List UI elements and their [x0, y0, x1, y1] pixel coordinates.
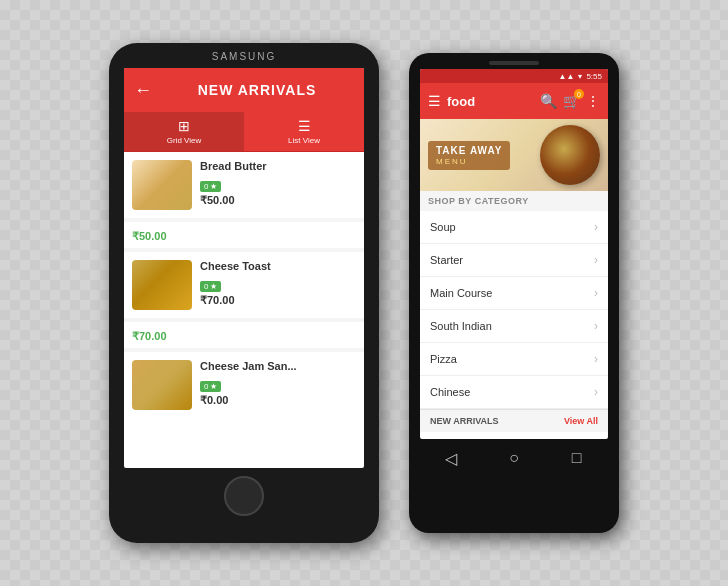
section-header: SHOP BY CATEGORY [420, 191, 608, 211]
list-item[interactable]: Starter › [420, 244, 608, 277]
list-icon: ☰ [298, 118, 311, 134]
rating-badge: 0 ★ [200, 181, 221, 192]
rating-badge: 0 ★ [200, 381, 221, 392]
table-row[interactable]: Bread Butter 0 ★ ₹50.00 [124, 152, 364, 218]
summary-price: ₹70.00 [132, 330, 167, 342]
rating-value: 0 [204, 182, 208, 191]
home-nav-button[interactable]: ○ [503, 447, 525, 469]
header-actions: 🔍 🛒 0 ⋮ [540, 93, 600, 109]
left-header: ← NEW ARRIVALS [124, 68, 364, 112]
back-arrow-icon[interactable]: ← [134, 80, 152, 101]
star-icon: ★ [210, 382, 217, 391]
grid-view-label: Grid View [167, 136, 202, 145]
cart-count: 0 [574, 89, 584, 99]
product-details: Cheese Jam San... 0 ★ ₹0.00 [200, 360, 356, 407]
chevron-right-icon: › [594, 352, 598, 366]
chevron-right-icon: › [594, 253, 598, 267]
new-arrivals-bar: NEW ARRIVALS View All [420, 409, 608, 432]
home-button[interactable] [224, 476, 264, 516]
chevron-right-icon: › [594, 319, 598, 333]
status-bar: ▲▲ ▾ 5:55 [420, 69, 608, 83]
product-list: Bread Butter 0 ★ ₹50.00 ₹50.00 Ch [124, 152, 364, 418]
grid-view-btn[interactable]: ⊞ Grid View [124, 112, 244, 151]
right-phone: ▲▲ ▾ 5:55 ☰ food 🔍 🛒 0 ⋮ [409, 53, 619, 533]
more-options-icon[interactable]: ⋮ [586, 93, 600, 109]
rating-badge: 0 ★ [200, 281, 221, 292]
table-row[interactable]: Cheese Toast 0 ★ ₹70.00 [124, 252, 364, 318]
recents-nav-button[interactable]: □ [566, 447, 588, 469]
page-title: NEW ARRIVALS [160, 82, 354, 98]
price-summary-row: ₹50.00 [124, 222, 364, 248]
right-screen: ▲▲ ▾ 5:55 ☰ food 🔍 🛒 0 ⋮ [420, 69, 608, 439]
summary-price: ₹50.00 [132, 230, 167, 242]
search-icon[interactable]: 🔍 [540, 93, 557, 109]
chevron-right-icon: › [594, 385, 598, 399]
view-all-button[interactable]: View All [564, 416, 598, 426]
category-name: Pizza [430, 353, 457, 365]
list-item[interactable]: South Indian › [420, 310, 608, 343]
list-view-btn[interactable]: ☰ List View [244, 112, 364, 151]
product-name: Bread Butter [200, 160, 356, 172]
banner-title: TAKE AWAY [436, 145, 502, 157]
banner-subtitle: MENU [436, 157, 502, 166]
product-image [132, 360, 192, 410]
chevron-right-icon: › [594, 286, 598, 300]
grid-icon: ⊞ [178, 118, 190, 134]
category-name: Chinese [430, 386, 470, 398]
category-name: Main Course [430, 287, 492, 299]
speaker [489, 61, 539, 65]
phone-brand: SAMSUNG [212, 51, 277, 62]
time-display: 5:55 [586, 72, 602, 81]
android-nav: ◁ ○ □ [420, 447, 608, 469]
product-details: Bread Butter 0 ★ ₹50.00 [200, 160, 356, 207]
star-icon: ★ [210, 282, 217, 291]
table-row[interactable]: Cheese Jam San... 0 ★ ₹0.00 [124, 352, 364, 418]
product-price: ₹0.00 [200, 394, 356, 407]
product-image [132, 160, 192, 210]
list-item[interactable]: Soup › [420, 211, 608, 244]
star-icon: ★ [210, 182, 217, 191]
banner-food-image [540, 125, 600, 185]
banner-text: TAKE AWAY MENU [428, 141, 510, 170]
product-name: Cheese Jam San... [200, 360, 356, 372]
right-header: ☰ food 🔍 🛒 0 ⋮ [420, 83, 608, 119]
list-view-label: List View [288, 136, 320, 145]
list-item[interactable]: Chinese › [420, 376, 608, 409]
wifi-icon: ▾ [578, 72, 582, 81]
category-name: Soup [430, 221, 456, 233]
new-arrivals-label: NEW ARRIVALS [430, 416, 499, 426]
rating-value: 0 [204, 282, 208, 291]
category-name: South Indian [430, 320, 492, 332]
cart-button[interactable]: 🛒 0 [563, 93, 580, 109]
signal-icon: ▲▲ [559, 72, 575, 81]
left-phone: SAMSUNG ← NEW ARRIVALS ⊞ Grid View ☰ Lis… [109, 43, 379, 543]
view-toggle: ⊞ Grid View ☰ List View [124, 112, 364, 152]
product-price: ₹50.00 [200, 194, 356, 207]
list-item[interactable]: Pizza › [420, 343, 608, 376]
product-details: Cheese Toast 0 ★ ₹70.00 [200, 260, 356, 307]
product-name: Cheese Toast [200, 260, 356, 272]
category-name: Starter [430, 254, 463, 266]
list-item[interactable]: Main Course › [420, 277, 608, 310]
promo-banner: TAKE AWAY MENU [420, 119, 608, 191]
product-price: ₹70.00 [200, 294, 356, 307]
back-nav-button[interactable]: ◁ [440, 447, 462, 469]
product-image [132, 260, 192, 310]
rating-value: 0 [204, 382, 208, 391]
left-screen: ← NEW ARRIVALS ⊞ Grid View ☰ List View [124, 68, 364, 468]
chevron-right-icon: › [594, 220, 598, 234]
price-summary-row: ₹70.00 [124, 322, 364, 348]
hamburger-menu-icon[interactable]: ☰ [428, 93, 441, 109]
app-title: food [447, 94, 534, 109]
